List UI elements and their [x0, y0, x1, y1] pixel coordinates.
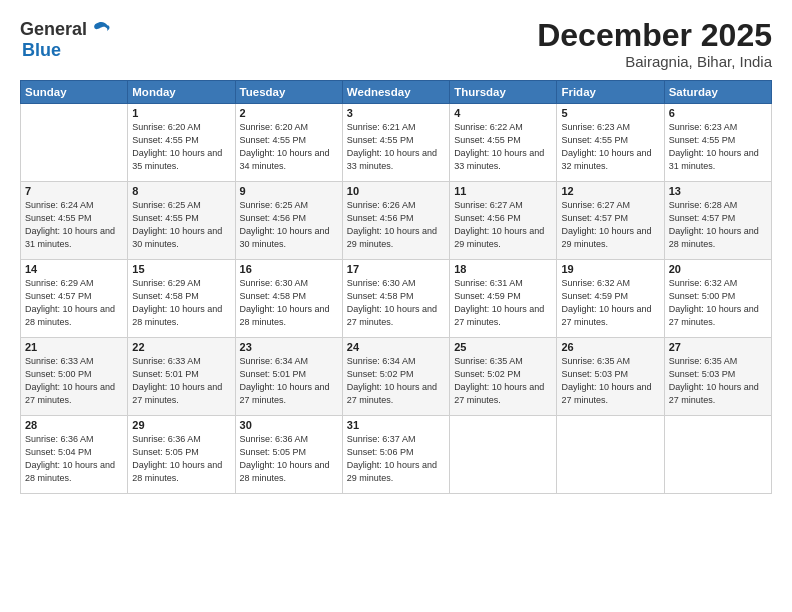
calendar-week-row: 1Sunrise: 6:20 AMSunset: 4:55 PMDaylight…: [21, 104, 772, 182]
day-number: 5: [561, 107, 659, 119]
table-row: 6Sunrise: 6:23 AMSunset: 4:55 PMDaylight…: [664, 104, 771, 182]
day-detail: Sunrise: 6:32 AMSunset: 4:59 PMDaylight:…: [561, 277, 659, 329]
col-thursday: Thursday: [450, 81, 557, 104]
day-detail: Sunrise: 6:22 AMSunset: 4:55 PMDaylight:…: [454, 121, 552, 173]
table-row: [664, 416, 771, 494]
day-detail: Sunrise: 6:20 AMSunset: 4:55 PMDaylight:…: [240, 121, 338, 173]
day-detail: Sunrise: 6:29 AMSunset: 4:58 PMDaylight:…: [132, 277, 230, 329]
day-detail: Sunrise: 6:27 AMSunset: 4:57 PMDaylight:…: [561, 199, 659, 251]
calendar-week-row: 7Sunrise: 6:24 AMSunset: 4:55 PMDaylight…: [21, 182, 772, 260]
table-row: [450, 416, 557, 494]
day-detail: Sunrise: 6:25 AMSunset: 4:55 PMDaylight:…: [132, 199, 230, 251]
day-number: 27: [669, 341, 767, 353]
calendar-week-row: 28Sunrise: 6:36 AMSunset: 5:04 PMDayligh…: [21, 416, 772, 494]
day-detail: Sunrise: 6:36 AMSunset: 5:04 PMDaylight:…: [25, 433, 123, 485]
calendar-header-row: Sunday Monday Tuesday Wednesday Thursday…: [21, 81, 772, 104]
day-number: 14: [25, 263, 123, 275]
day-number: 6: [669, 107, 767, 119]
day-detail: Sunrise: 6:31 AMSunset: 4:59 PMDaylight:…: [454, 277, 552, 329]
location-subtitle: Bairagnia, Bihar, India: [537, 53, 772, 70]
col-sunday: Sunday: [21, 81, 128, 104]
day-detail: Sunrise: 6:24 AMSunset: 4:55 PMDaylight:…: [25, 199, 123, 251]
day-detail: Sunrise: 6:23 AMSunset: 4:55 PMDaylight:…: [561, 121, 659, 173]
table-row: 10Sunrise: 6:26 AMSunset: 4:56 PMDayligh…: [342, 182, 449, 260]
table-row: 18Sunrise: 6:31 AMSunset: 4:59 PMDayligh…: [450, 260, 557, 338]
day-detail: Sunrise: 6:20 AMSunset: 4:55 PMDaylight:…: [132, 121, 230, 173]
table-row: 21Sunrise: 6:33 AMSunset: 5:00 PMDayligh…: [21, 338, 128, 416]
table-row: 15Sunrise: 6:29 AMSunset: 4:58 PMDayligh…: [128, 260, 235, 338]
table-row: 11Sunrise: 6:27 AMSunset: 4:56 PMDayligh…: [450, 182, 557, 260]
table-row: 1Sunrise: 6:20 AMSunset: 4:55 PMDaylight…: [128, 104, 235, 182]
day-detail: Sunrise: 6:29 AMSunset: 4:57 PMDaylight:…: [25, 277, 123, 329]
table-row: [557, 416, 664, 494]
day-detail: Sunrise: 6:35 AMSunset: 5:02 PMDaylight:…: [454, 355, 552, 407]
logo-blue-text: Blue: [22, 40, 61, 60]
table-row: 26Sunrise: 6:35 AMSunset: 5:03 PMDayligh…: [557, 338, 664, 416]
logo-general: General: [20, 19, 87, 40]
table-row: 14Sunrise: 6:29 AMSunset: 4:57 PMDayligh…: [21, 260, 128, 338]
table-row: 2Sunrise: 6:20 AMSunset: 4:55 PMDaylight…: [235, 104, 342, 182]
day-number: 26: [561, 341, 659, 353]
table-row: 24Sunrise: 6:34 AMSunset: 5:02 PMDayligh…: [342, 338, 449, 416]
day-number: 1: [132, 107, 230, 119]
day-detail: Sunrise: 6:34 AMSunset: 5:02 PMDaylight:…: [347, 355, 445, 407]
day-number: 13: [669, 185, 767, 197]
table-row: 19Sunrise: 6:32 AMSunset: 4:59 PMDayligh…: [557, 260, 664, 338]
table-row: 17Sunrise: 6:30 AMSunset: 4:58 PMDayligh…: [342, 260, 449, 338]
table-row: 20Sunrise: 6:32 AMSunset: 5:00 PMDayligh…: [664, 260, 771, 338]
day-number: 21: [25, 341, 123, 353]
day-number: 28: [25, 419, 123, 431]
day-detail: Sunrise: 6:34 AMSunset: 5:01 PMDaylight:…: [240, 355, 338, 407]
day-detail: Sunrise: 6:32 AMSunset: 5:00 PMDaylight:…: [669, 277, 767, 329]
logo: General Blue: [20, 18, 111, 61]
calendar-week-row: 14Sunrise: 6:29 AMSunset: 4:57 PMDayligh…: [21, 260, 772, 338]
day-number: 24: [347, 341, 445, 353]
logo-text: General: [20, 18, 111, 40]
day-detail: Sunrise: 6:37 AMSunset: 5:06 PMDaylight:…: [347, 433, 445, 485]
day-detail: Sunrise: 6:21 AMSunset: 4:55 PMDaylight:…: [347, 121, 445, 173]
day-number: 22: [132, 341, 230, 353]
day-number: 9: [240, 185, 338, 197]
table-row: 29Sunrise: 6:36 AMSunset: 5:05 PMDayligh…: [128, 416, 235, 494]
day-number: 20: [669, 263, 767, 275]
day-number: 10: [347, 185, 445, 197]
table-row: 7Sunrise: 6:24 AMSunset: 4:55 PMDaylight…: [21, 182, 128, 260]
table-row: 12Sunrise: 6:27 AMSunset: 4:57 PMDayligh…: [557, 182, 664, 260]
col-monday: Monday: [128, 81, 235, 104]
table-row: 4Sunrise: 6:22 AMSunset: 4:55 PMDaylight…: [450, 104, 557, 182]
day-detail: Sunrise: 6:23 AMSunset: 4:55 PMDaylight:…: [669, 121, 767, 173]
day-number: 17: [347, 263, 445, 275]
day-number: 31: [347, 419, 445, 431]
day-number: 11: [454, 185, 552, 197]
table-row: 3Sunrise: 6:21 AMSunset: 4:55 PMDaylight…: [342, 104, 449, 182]
calendar-page: General Blue December 2025 Bairagnia, Bi…: [0, 0, 792, 612]
table-row: 8Sunrise: 6:25 AMSunset: 4:55 PMDaylight…: [128, 182, 235, 260]
col-wednesday: Wednesday: [342, 81, 449, 104]
day-detail: Sunrise: 6:27 AMSunset: 4:56 PMDaylight:…: [454, 199, 552, 251]
day-detail: Sunrise: 6:26 AMSunset: 4:56 PMDaylight:…: [347, 199, 445, 251]
day-number: 2: [240, 107, 338, 119]
day-detail: Sunrise: 6:25 AMSunset: 4:56 PMDaylight:…: [240, 199, 338, 251]
day-number: 4: [454, 107, 552, 119]
day-number: 25: [454, 341, 552, 353]
day-number: 15: [132, 263, 230, 275]
logo-bird-icon: [89, 18, 111, 40]
day-detail: Sunrise: 6:35 AMSunset: 5:03 PMDaylight:…: [561, 355, 659, 407]
table-row: [21, 104, 128, 182]
day-number: 19: [561, 263, 659, 275]
table-row: 22Sunrise: 6:33 AMSunset: 5:01 PMDayligh…: [128, 338, 235, 416]
col-friday: Friday: [557, 81, 664, 104]
day-number: 16: [240, 263, 338, 275]
table-row: 16Sunrise: 6:30 AMSunset: 4:58 PMDayligh…: [235, 260, 342, 338]
day-number: 12: [561, 185, 659, 197]
day-number: 18: [454, 263, 552, 275]
table-row: 23Sunrise: 6:34 AMSunset: 5:01 PMDayligh…: [235, 338, 342, 416]
table-row: 25Sunrise: 6:35 AMSunset: 5:02 PMDayligh…: [450, 338, 557, 416]
month-title: December 2025: [537, 18, 772, 53]
day-detail: Sunrise: 6:30 AMSunset: 4:58 PMDaylight:…: [240, 277, 338, 329]
table-row: 9Sunrise: 6:25 AMSunset: 4:56 PMDaylight…: [235, 182, 342, 260]
col-saturday: Saturday: [664, 81, 771, 104]
table-row: 13Sunrise: 6:28 AMSunset: 4:57 PMDayligh…: [664, 182, 771, 260]
day-detail: Sunrise: 6:36 AMSunset: 5:05 PMDaylight:…: [240, 433, 338, 485]
day-detail: Sunrise: 6:36 AMSunset: 5:05 PMDaylight:…: [132, 433, 230, 485]
